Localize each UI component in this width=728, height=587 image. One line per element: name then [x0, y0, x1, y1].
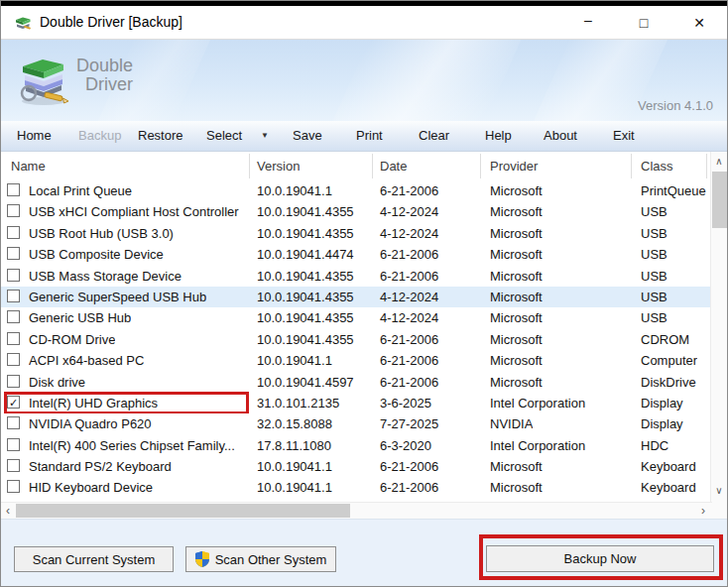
footer-panel: Scan Current System Scan Other System Ba…: [1, 519, 727, 586]
cell-name: HID Keyboard Device: [29, 480, 153, 495]
cell-class: PrintQueue: [641, 183, 706, 198]
window-title: Double Driver [Backup]: [40, 14, 182, 30]
cell-class: HDC: [641, 438, 668, 453]
cell-provider: Intel Corporation: [490, 396, 585, 411]
row-checkbox[interactable]: [7, 310, 20, 323]
double-driver-logo-icon: [17, 50, 70, 107]
table-row[interactable]: Local Print Queue10.0.19041.16-21-2006Mi…: [1, 180, 711, 201]
cell-class: USB: [641, 290, 667, 304]
menu-item-restore[interactable]: Restore: [138, 128, 183, 143]
row-checkbox[interactable]: [7, 416, 20, 429]
row-checkbox[interactable]: [7, 332, 20, 345]
scroll-down-icon[interactable]: ∨: [711, 482, 727, 498]
cell-name: Local Print Queue: [29, 183, 132, 198]
column-header-name[interactable]: Name: [11, 159, 46, 174]
column-separator: [631, 154, 632, 178]
row-checkbox[interactable]: [7, 269, 20, 282]
row-checkbox[interactable]: [7, 226, 20, 239]
cell-version: 10.0.19041.4355: [257, 204, 354, 219]
menu-item-about[interactable]: About: [544, 128, 577, 143]
table-row[interactable]: Generic SuperSpeed USB Hub10.0.19041.435…: [1, 287, 711, 307]
menu-item-select[interactable]: Select: [206, 128, 242, 143]
cell-version: 10.0.19041.1: [257, 459, 332, 474]
column-header-version[interactable]: Version: [257, 159, 300, 174]
column-header-provider[interactable]: Provider: [490, 159, 538, 174]
scrollbar-corner: [712, 502, 728, 519]
column-separator: [480, 154, 481, 178]
cell-date: 7-27-2025: [380, 416, 438, 431]
scroll-up-icon[interactable]: ∧: [711, 153, 727, 169]
row-checkbox[interactable]: [7, 459, 20, 472]
menu-item-backup: Backup: [78, 128, 121, 143]
cell-provider: Microsoft: [490, 183, 543, 198]
menu-item-save[interactable]: Save: [293, 128, 322, 143]
column-header-date[interactable]: Date: [380, 159, 407, 174]
horizontal-scrollbar[interactable]: ‹ ›: [1, 502, 712, 519]
cell-provider: Microsoft: [490, 310, 543, 325]
cell-name: Intel(R) 400 Series Chipset Family...: [29, 438, 235, 453]
menu-item-print[interactable]: Print: [356, 128, 383, 143]
row-checkbox[interactable]: [7, 438, 20, 451]
cell-name: USB Mass Storage Device: [29, 269, 182, 284]
cell-provider: Intel Corporation: [490, 438, 585, 453]
cell-name: ACPI x64-based PC: [29, 353, 144, 368]
table-row[interactable]: NVIDIA Quadro P62032.0.15.80887-27-2025N…: [1, 413, 711, 434]
menu-item-home[interactable]: Home: [17, 128, 52, 143]
maximize-button[interactable]: □: [616, 6, 671, 39]
row-checkbox[interactable]: [7, 204, 20, 217]
row-checkbox[interactable]: [7, 290, 20, 302]
cell-provider: Microsoft: [490, 226, 543, 241]
cell-name: NVIDIA Quadro P620: [29, 416, 152, 431]
table-row[interactable]: USB Root Hub (USB 3.0)10.0.19041.43554-1…: [1, 223, 711, 244]
row-checkbox[interactable]: [7, 480, 20, 493]
table-row[interactable]: Disk drive10.0.19041.45976-21-2006Micros…: [1, 372, 711, 393]
driver-list: Name Version Date Provider Class Local P…: [1, 152, 727, 502]
scroll-right-icon[interactable]: ›: [696, 503, 710, 519]
minimize-button[interactable]: –: [560, 6, 616, 39]
cell-provider: Microsoft: [490, 332, 543, 347]
scan-other-system-button[interactable]: Scan Other System: [185, 546, 336, 572]
cell-date: 6-3-2020: [380, 438, 431, 453]
row-checkbox[interactable]: ✓: [7, 396, 20, 409]
table-row[interactable]: ✓Intel(R) UHD Graphics31.0.101.21353-6-2…: [1, 393, 711, 413]
cell-version: 10.0.19041.1: [257, 480, 332, 495]
row-checkbox[interactable]: [7, 247, 20, 260]
vertical-scrollbar[interactable]: ∧ ∨: [710, 152, 727, 502]
scan-current-system-button[interactable]: Scan Current System: [14, 546, 174, 572]
row-checkbox[interactable]: [7, 183, 20, 196]
table-row[interactable]: USB Mass Storage Device10.0.19041.43556-…: [1, 266, 711, 287]
close-icon: ✕: [693, 15, 705, 31]
row-checkbox[interactable]: [7, 353, 20, 366]
table-row[interactable]: ACPI x64-based PC10.0.19041.16-21-2006Mi…: [1, 350, 711, 371]
cell-name: Standard PS/2 Keyboard: [29, 459, 172, 474]
cell-name: Intel(R) UHD Graphics: [29, 396, 158, 411]
horizontal-scroll-thumb[interactable]: [16, 504, 350, 518]
table-row[interactable]: Standard PS/2 Keyboard10.0.19041.16-21-2…: [1, 456, 711, 477]
app-banner: Double Driver Version 4.1.0: [1, 40, 727, 121]
list-header: Name Version Date Provider Class: [1, 152, 710, 180]
table-row[interactable]: USB xHCI Compliant Host Controller10.0.1…: [1, 201, 711, 222]
vertical-scroll-thumb[interactable]: [712, 172, 727, 228]
column-header-class[interactable]: Class: [641, 159, 673, 174]
backup-now-button[interactable]: Backup Now: [486, 545, 714, 572]
menu-item-exit[interactable]: Exit: [613, 128, 635, 143]
select-dropdown-icon[interactable]: ▼: [261, 131, 269, 140]
cell-name: USB Composite Device: [29, 247, 164, 262]
driver-rows: Local Print Queue10.0.19041.16-21-2006Mi…: [1, 180, 711, 500]
cell-provider: Microsoft: [490, 480, 543, 495]
table-row[interactable]: USB Composite Device10.0.19041.44746-21-…: [1, 244, 711, 265]
close-button[interactable]: ✕: [671, 6, 727, 39]
table-row[interactable]: HID Keyboard Device10.0.19041.16-21-2006…: [1, 477, 711, 498]
menu-item-clear[interactable]: Clear: [419, 128, 449, 143]
scroll-left-icon[interactable]: ‹: [1, 503, 15, 519]
row-checkbox[interactable]: [7, 375, 20, 388]
cell-date: 6-21-2006: [380, 247, 438, 262]
scan-other-system-label: Scan Other System: [215, 552, 327, 567]
cell-version: 10.0.19041.4355: [257, 332, 354, 347]
cell-version: 17.8.11.1080: [257, 438, 331, 453]
table-row[interactable]: CD-ROM Drive10.0.19041.43556-21-2006Micr…: [1, 329, 711, 350]
menu-item-help[interactable]: Help: [485, 128, 512, 143]
table-row[interactable]: Generic USB Hub10.0.19041.43554-12-2024M…: [1, 307, 711, 328]
app-name-line2: Driver: [85, 75, 133, 94]
table-row[interactable]: Intel(R) 400 Series Chipset Family...17.…: [1, 435, 711, 456]
